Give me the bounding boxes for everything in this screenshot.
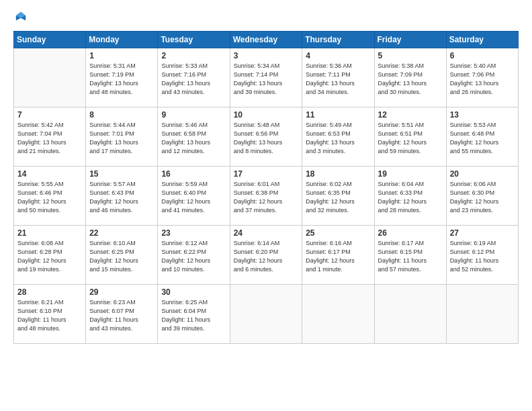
day-number: 23 (161, 228, 226, 238)
calendar-cell: 5Sunrise: 5:38 AM Sunset: 7:09 PM Daylig… (374, 48, 446, 107)
day-info: Sunrise: 5:46 AM Sunset: 6:58 PM Dayligh… (161, 121, 226, 156)
col-header-tuesday: Tuesday (158, 32, 230, 48)
calendar-cell: 7Sunrise: 5:42 AM Sunset: 7:04 PM Daylig… (14, 107, 86, 167)
day-info: Sunrise: 5:38 AM Sunset: 7:09 PM Dayligh… (378, 62, 443, 97)
calendar-cell: 20Sunrise: 6:06 AM Sunset: 6:30 PM Dayli… (446, 167, 518, 226)
calendar-cell: 12Sunrise: 5:51 AM Sunset: 6:51 PM Dayli… (374, 107, 446, 167)
calendar-cell: 10Sunrise: 5:48 AM Sunset: 6:56 PM Dayli… (230, 107, 302, 167)
day-number: 15 (89, 169, 154, 179)
calendar-cell: 2Sunrise: 5:33 AM Sunset: 7:16 PM Daylig… (158, 48, 230, 107)
day-info: Sunrise: 5:42 AM Sunset: 7:04 PM Dayligh… (17, 121, 82, 156)
day-number: 3 (234, 51, 299, 60)
day-number: 13 (450, 110, 515, 120)
day-number: 25 (306, 228, 370, 238)
calendar-cell: 9Sunrise: 5:46 AM Sunset: 6:58 PM Daylig… (158, 107, 230, 167)
day-number: 18 (306, 169, 370, 179)
day-number: 20 (450, 169, 515, 179)
calendar-cell (374, 285, 446, 344)
calendar-cell: 26Sunrise: 6:17 AM Sunset: 6:15 PM Dayli… (374, 226, 446, 285)
calendar-cell: 30Sunrise: 6:25 AM Sunset: 6:04 PM Dayli… (158, 285, 230, 344)
calendar-cell: 13Sunrise: 5:53 AM Sunset: 6:48 PM Dayli… (446, 107, 518, 167)
calendar-cell: 24Sunrise: 6:14 AM Sunset: 6:20 PM Dayli… (230, 226, 302, 285)
calendar-cell: 14Sunrise: 5:55 AM Sunset: 6:46 PM Dayli… (14, 167, 86, 226)
calendar-cell (446, 285, 518, 344)
day-number: 27 (450, 228, 515, 238)
col-header-saturday: Saturday (446, 32, 518, 48)
week-row-4: 21Sunrise: 6:08 AM Sunset: 6:28 PM Dayli… (14, 226, 519, 285)
calendar-cell: 18Sunrise: 6:02 AM Sunset: 6:35 PM Dayli… (302, 167, 374, 226)
col-header-sunday: Sunday (14, 32, 86, 48)
day-number: 14 (17, 169, 82, 179)
calendar-cell: 23Sunrise: 6:12 AM Sunset: 6:22 PM Dayli… (158, 226, 230, 285)
col-header-wednesday: Wednesday (230, 32, 302, 48)
day-info: Sunrise: 6:25 AM Sunset: 6:04 PM Dayligh… (161, 298, 226, 333)
day-number: 12 (378, 110, 443, 120)
day-number: 7 (17, 110, 82, 120)
day-number: 28 (17, 287, 82, 297)
day-number: 19 (378, 169, 443, 179)
col-header-friday: Friday (374, 32, 446, 48)
day-number: 22 (89, 228, 154, 238)
calendar-header-row: SundayMondayTuesdayWednesdayThursdayFrid… (14, 32, 519, 48)
week-row-2: 7Sunrise: 5:42 AM Sunset: 7:04 PM Daylig… (14, 107, 519, 167)
day-number: 2 (161, 51, 226, 60)
week-row-3: 14Sunrise: 5:55 AM Sunset: 6:46 PM Dayli… (14, 167, 519, 226)
calendar-cell: 11Sunrise: 5:49 AM Sunset: 6:53 PM Dayli… (302, 107, 374, 167)
calendar-cell: 21Sunrise: 6:08 AM Sunset: 6:28 PM Dayli… (14, 226, 86, 285)
day-info: Sunrise: 5:34 AM Sunset: 7:14 PM Dayligh… (234, 62, 299, 97)
day-info: Sunrise: 5:31 AM Sunset: 7:19 PM Dayligh… (89, 62, 154, 97)
day-info: Sunrise: 6:17 AM Sunset: 6:15 PM Dayligh… (378, 239, 443, 274)
day-info: Sunrise: 5:44 AM Sunset: 7:01 PM Dayligh… (89, 121, 154, 156)
calendar-cell: 1Sunrise: 5:31 AM Sunset: 7:19 PM Daylig… (86, 48, 158, 107)
calendar-cell: 3Sunrise: 5:34 AM Sunset: 7:14 PM Daylig… (230, 48, 302, 107)
day-number: 8 (89, 110, 154, 120)
header (13, 12, 519, 24)
day-info: Sunrise: 5:40 AM Sunset: 7:06 PM Dayligh… (450, 62, 515, 97)
day-info: Sunrise: 6:06 AM Sunset: 6:30 PM Dayligh… (450, 180, 515, 215)
calendar-cell: 25Sunrise: 6:16 AM Sunset: 6:17 PM Dayli… (302, 226, 374, 285)
day-number: 26 (378, 228, 443, 238)
calendar-cell: 27Sunrise: 6:19 AM Sunset: 6:12 PM Dayli… (446, 226, 518, 285)
logo-icon (15, 11, 27, 23)
day-info: Sunrise: 6:14 AM Sunset: 6:20 PM Dayligh… (234, 239, 299, 274)
day-info: Sunrise: 5:51 AM Sunset: 6:51 PM Dayligh… (378, 121, 443, 156)
day-info: Sunrise: 6:10 AM Sunset: 6:25 PM Dayligh… (89, 239, 154, 274)
day-number: 24 (234, 228, 299, 238)
calendar-cell: 19Sunrise: 6:04 AM Sunset: 6:33 PM Dayli… (374, 167, 446, 226)
calendar-cell: 8Sunrise: 5:44 AM Sunset: 7:01 PM Daylig… (86, 107, 158, 167)
day-number: 29 (89, 287, 154, 297)
day-number: 5 (378, 51, 443, 60)
day-info: Sunrise: 5:33 AM Sunset: 7:16 PM Dayligh… (161, 62, 226, 97)
day-info: Sunrise: 6:16 AM Sunset: 6:17 PM Dayligh… (306, 239, 370, 274)
day-number: 17 (234, 169, 299, 179)
day-info: Sunrise: 6:08 AM Sunset: 6:28 PM Dayligh… (17, 239, 82, 274)
day-info: Sunrise: 6:21 AM Sunset: 6:10 PM Dayligh… (17, 298, 82, 333)
calendar-cell: 29Sunrise: 6:23 AM Sunset: 6:07 PM Dayli… (86, 285, 158, 344)
day-number: 4 (306, 51, 370, 60)
day-number: 11 (306, 110, 370, 120)
day-info: Sunrise: 6:23 AM Sunset: 6:07 PM Dayligh… (89, 298, 154, 333)
day-number: 21 (17, 228, 82, 238)
week-row-1: 1Sunrise: 5:31 AM Sunset: 7:19 PM Daylig… (14, 48, 519, 107)
day-info: Sunrise: 6:02 AM Sunset: 6:35 PM Dayligh… (306, 180, 370, 215)
calendar-cell: 28Sunrise: 6:21 AM Sunset: 6:10 PM Dayli… (14, 285, 86, 344)
day-number: 30 (161, 287, 226, 297)
col-header-thursday: Thursday (302, 32, 374, 48)
col-header-monday: Monday (86, 32, 158, 48)
day-number: 16 (161, 169, 226, 179)
day-number: 6 (450, 51, 515, 60)
day-number: 1 (89, 51, 154, 60)
day-info: Sunrise: 6:19 AM Sunset: 6:12 PM Dayligh… (450, 239, 515, 274)
day-info: Sunrise: 5:53 AM Sunset: 6:48 PM Dayligh… (450, 121, 515, 156)
day-number: 10 (234, 110, 299, 120)
day-info: Sunrise: 6:12 AM Sunset: 6:22 PM Dayligh… (161, 239, 226, 274)
day-info: Sunrise: 5:36 AM Sunset: 7:11 PM Dayligh… (306, 62, 370, 97)
day-info: Sunrise: 5:49 AM Sunset: 6:53 PM Dayligh… (306, 121, 370, 156)
calendar-cell (302, 285, 374, 344)
day-info: Sunrise: 5:59 AM Sunset: 6:40 PM Dayligh… (161, 180, 226, 215)
calendar-cell: 6Sunrise: 5:40 AM Sunset: 7:06 PM Daylig… (446, 48, 518, 107)
week-row-5: 28Sunrise: 6:21 AM Sunset: 6:10 PM Dayli… (14, 285, 519, 344)
calendar-cell: 17Sunrise: 6:01 AM Sunset: 6:38 PM Dayli… (230, 167, 302, 226)
day-info: Sunrise: 6:04 AM Sunset: 6:33 PM Dayligh… (378, 180, 443, 215)
day-info: Sunrise: 5:57 AM Sunset: 6:43 PM Dayligh… (89, 180, 154, 215)
